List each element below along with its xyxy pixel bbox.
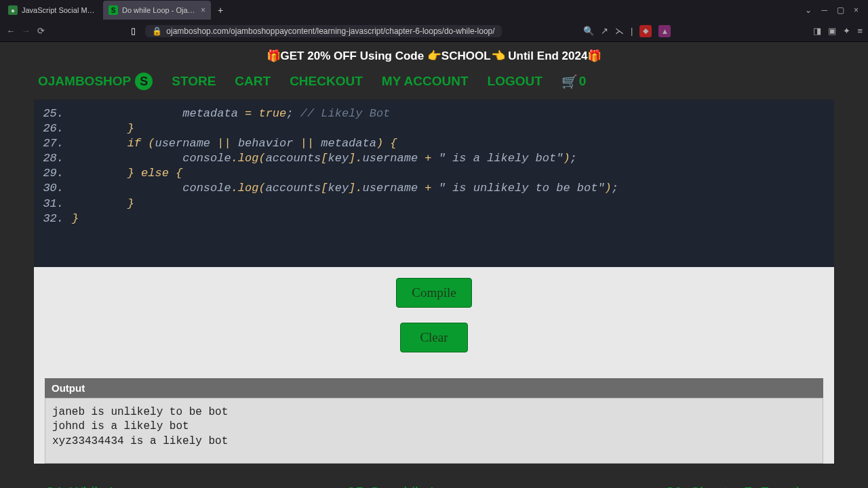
window-controls: ⌄ ─ ▢ ×	[805, 5, 865, 15]
cart-button[interactable]: 🛒0	[561, 74, 587, 89]
output-line: janeb is unlikely to be bot	[52, 405, 816, 420]
line-number: 31.	[34, 197, 72, 211]
line-number: 26.	[34, 121, 72, 136]
screenshot-icon[interactable]: ▣	[828, 26, 836, 36]
sparkle-icon[interactable]: ✦	[843, 26, 850, 36]
code-text: }	[72, 197, 134, 211]
code-text: console.log(accounts[key].username + " i…	[72, 151, 577, 166]
code-text: } else {	[72, 166, 182, 181]
clear-button[interactable]: Clear	[400, 323, 467, 352]
forward-icon[interactable]: →	[20, 26, 31, 37]
output-line: xyz33434434 is a likely bot	[52, 434, 816, 449]
output-section: Output janeb is unlikely to be bot johnd…	[45, 378, 823, 464]
close-icon[interactable]: ×	[201, 5, 205, 15]
minimize-icon[interactable]: ─	[821, 5, 827, 15]
cart-icon: 🛒	[561, 74, 578, 89]
nav-cart[interactable]: CART	[235, 74, 271, 89]
reload-icon[interactable]: ⟳	[35, 26, 46, 37]
output-header: Output	[45, 378, 823, 398]
close-window-icon[interactable]: ×	[854, 5, 859, 15]
pagination-prev[interactable]: ◀24. While Loop	[34, 484, 141, 488]
code-line: 27. if (username || behavior || metadata…	[34, 136, 834, 151]
code-text: }	[72, 211, 79, 226]
code-text: if (username || behavior || metadata) {	[72, 136, 397, 151]
tab-title: Do while Loop - OjamboSh...	[122, 6, 197, 14]
url-input[interactable]: 🔒 ojamboshop.com/ojamboshoppaycontent/le…	[145, 25, 501, 37]
line-number: 32.	[34, 211, 72, 226]
code-line: 30. console.log(accounts[key].username +…	[34, 181, 834, 196]
browser-tab[interactable]: ● JavaScript Social Media Bot De	[3, 1, 102, 20]
buttons-area: Compile Clear	[34, 267, 834, 378]
browser-chrome: ● JavaScript Social Media Bot De S Do wh…	[0, 0, 868, 42]
promo-banner: 🎁GET 20% OFF Using Code 👉SCHOOL👈 Until E…	[0, 42, 868, 66]
divider: |	[631, 26, 633, 36]
zoom-icon[interactable]: 🔍	[583, 26, 594, 36]
chevron-down-icon[interactable]: ⌄	[805, 5, 812, 15]
code-text: console.log(accounts[key].username + " i…	[72, 181, 618, 196]
favicon-icon: ●	[8, 5, 18, 15]
favicon-icon: S	[108, 5, 118, 15]
logo-text: OJAMBOSHOP	[38, 74, 131, 89]
line-number: 27.	[34, 136, 72, 151]
tab-bar: ● JavaScript Social Media Bot De S Do wh…	[0, 0, 868, 20]
pagination-next[interactable]: 26. Chapter 7: Functions▶	[666, 484, 834, 488]
pagination: ◀24. While Loop 25. Do while Loop 26. Ch…	[0, 474, 868, 488]
share-icon[interactable]: ↗	[601, 26, 608, 36]
code-line: 29. } else {	[34, 166, 834, 181]
cart-count: 0	[579, 74, 587, 89]
line-number: 28.	[34, 151, 72, 166]
logo-badge-icon: S	[135, 73, 153, 90]
bookmark-icon[interactable]: ▯	[127, 26, 138, 37]
code-text: }	[72, 121, 134, 136]
sidebar-icon[interactable]: ◨	[813, 26, 821, 36]
url-bar-row: ← → ⟳ ▯ 🔒 ojamboshop.com/ojamboshoppayco…	[0, 20, 868, 42]
tab-title: JavaScript Social Media Bot De	[22, 6, 96, 14]
page-content: 🎁GET 20% OFF Using Code 👉SCHOOL👈 Until E…	[0, 42, 868, 488]
new-tab-button[interactable]: +	[212, 5, 229, 16]
code-line: 28. console.log(accounts[key].username +…	[34, 151, 834, 166]
extension-icon[interactable]: ▲	[658, 25, 671, 37]
pagination-prev-label: 24. While Loop	[46, 484, 141, 488]
toolbar-right-icons: 🔍 ↗ ⋋ | ◆ ▲ ◨ ▣ ✦ ≡	[583, 25, 863, 37]
lock-icon: 🔒	[152, 26, 162, 36]
rss-icon[interactable]: ⋋	[615, 26, 624, 36]
nav-logout[interactable]: LOGOUT	[488, 74, 542, 89]
line-number: 30.	[34, 181, 72, 196]
maximize-icon[interactable]: ▢	[837, 5, 844, 15]
logo[interactable]: OJAMBOSHOP S	[38, 73, 153, 90]
url-text: ojamboshop.com/ojamboshoppaycontent/lear…	[166, 26, 494, 36]
extension-ublock-icon[interactable]: ◆	[639, 25, 652, 37]
arrow-right-icon: ▶	[823, 484, 834, 488]
output-line: johnd is a likely bot	[52, 420, 816, 434]
output-body: janeb is unlikely to be bot johnd is a l…	[45, 398, 823, 464]
code-line: 26. }	[34, 121, 834, 136]
line-number: 29.	[34, 166, 72, 181]
code-block: 25. metadata = true; // Likely Bot 26. }…	[34, 100, 834, 267]
arrow-left-icon: ◀	[34, 484, 45, 488]
pagination-current[interactable]: 25. Do while Loop	[347, 484, 460, 488]
nav-buttons: ← → ⟳	[5, 26, 46, 37]
pagination-next-label: 26. Chapter 7: Functions	[666, 484, 822, 488]
back-icon[interactable]: ←	[5, 26, 16, 37]
nav-account[interactable]: MY ACCOUNT	[382, 74, 469, 89]
nav-checkout[interactable]: CHECKOUT	[290, 74, 363, 89]
content-area: 25. metadata = true; // Likely Bot 26. }…	[34, 100, 834, 464]
browser-tab-active[interactable]: S Do while Loop - OjamboSh... ×	[103, 1, 211, 20]
nav-store[interactable]: STORE	[172, 74, 216, 89]
code-line: 25. metadata = true; // Likely Bot	[34, 106, 834, 121]
compile-button[interactable]: Compile	[396, 278, 471, 308]
main-nav: OJAMBOSHOP S STORE CART CHECKOUT MY ACCO…	[0, 66, 868, 100]
code-text: metadata = true; // Likely Bot	[72, 106, 390, 121]
url-bar-container: ▯ 🔒 ojamboshop.com/ojamboshoppaycontent/…	[52, 25, 578, 37]
line-number: 25.	[34, 106, 72, 121]
code-line: 31. }	[34, 197, 834, 211]
hamburger-menu-icon[interactable]: ≡	[857, 26, 863, 36]
code-line: 32.}	[34, 211, 834, 226]
